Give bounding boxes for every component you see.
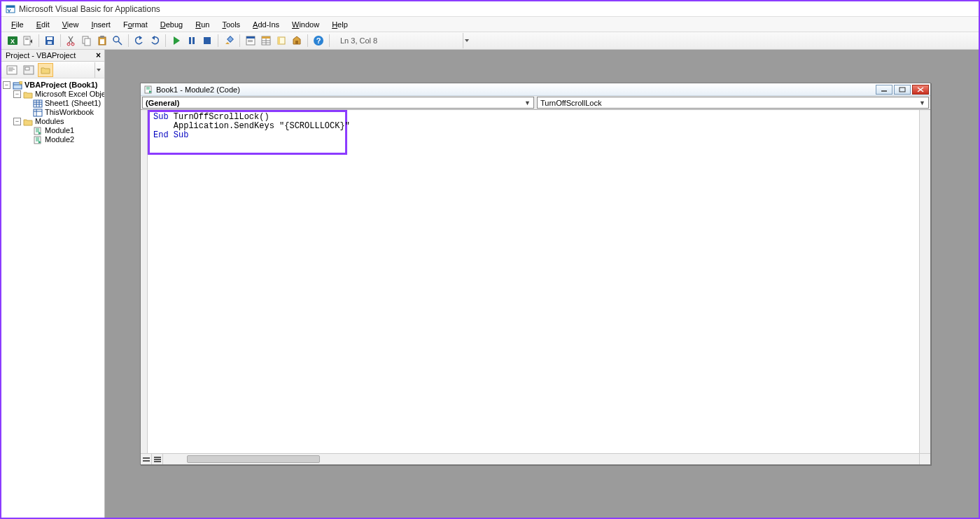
cursor-position-status: Ln 3, Col 8: [340, 36, 377, 45]
scrollbar-thumb[interactable]: [187, 455, 320, 463]
toolbox-button[interactable]: [290, 34, 304, 48]
mdi-client-area: Book1 - Module2 (Code) (General) ▼ TurnO…: [105, 50, 979, 518]
procedure-dropdown[interactable]: TurnOffScrollLock ▼: [537, 97, 929, 109]
save-button[interactable]: [43, 34, 57, 48]
collapse-icon[interactable]: −: [3, 81, 10, 89]
find-button[interactable]: [111, 34, 125, 48]
svg-marker-41: [465, 39, 469, 42]
chevron-down-icon: ▼: [919, 99, 925, 106]
svg-rect-29: [248, 40, 253, 41]
close-code-window-button[interactable]: [912, 85, 929, 95]
svg-rect-51: [20, 81, 22, 84]
tree-folder-excel-objects[interactable]: − Microsoft Excel Objects: [3, 90, 103, 99]
paste-button[interactable]: [95, 34, 109, 48]
menu-tools[interactable]: Tools: [216, 19, 246, 30]
object-dropdown[interactable]: (General) ▼: [142, 97, 534, 109]
undo-button[interactable]: [132, 34, 146, 48]
menu-insert[interactable]: Insert: [85, 19, 116, 30]
svg-rect-16: [100, 36, 104, 38]
svg-rect-77: [154, 457, 161, 458]
code-window-buttons: [876, 85, 929, 95]
full-module-view-button[interactable]: [152, 454, 163, 464]
toolbar-separator: [128, 34, 129, 47]
menu-view[interactable]: View: [57, 19, 85, 30]
svg-rect-1: [6, 6, 15, 8]
module-icon: [33, 135, 43, 144]
code-window-titlebar[interactable]: Book1 - Module2 (Code): [141, 83, 930, 96]
toolbar-separator: [38, 34, 39, 47]
cut-button[interactable]: [64, 34, 78, 48]
run-button[interactable]: [169, 34, 183, 48]
menubar: File Edit View Insert Format Debug Run T…: [1, 17, 979, 32]
project-explorer-titlebar: Project - VBAProject ×: [1, 50, 104, 62]
menu-file[interactable]: File: [6, 19, 29, 30]
svg-rect-4: [24, 36, 30, 45]
code-margin[interactable]: [141, 110, 148, 453]
horizontal-scrollbar[interactable]: [163, 454, 919, 464]
project-explorer-button[interactable]: [244, 34, 258, 48]
menu-edit[interactable]: Edit: [31, 19, 55, 30]
redo-button[interactable]: [148, 34, 162, 48]
maximize-button[interactable]: [894, 85, 911, 95]
tree-root-label: VBAProject (Book1): [24, 81, 98, 90]
object-dropdown-value: (General): [146, 99, 179, 107]
menu-addins[interactable]: Add-Ins: [247, 19, 285, 30]
svg-rect-14: [85, 39, 90, 46]
code-editor[interactable]: Sub TurnOffScrollLock() Application.Send…: [148, 110, 919, 453]
svg-rect-32: [262, 36, 270, 39]
worksheet-icon: [33, 99, 43, 108]
svg-rect-24: [192, 37, 195, 44]
view-code-button[interactable]: [4, 63, 20, 77]
collapse-icon[interactable]: −: [13, 118, 21, 125]
svg-rect-75: [143, 457, 150, 459]
reset-button[interactable]: [200, 34, 214, 48]
menu-help[interactable]: Help: [326, 19, 354, 30]
svg-rect-38: [295, 41, 298, 44]
code-window: Book1 - Module2 (Code) (General) ▼ TurnO…: [140, 83, 931, 465]
insert-module-button[interactable]: [21, 34, 35, 48]
app-title: Microsoft Visual Basic for Applications: [19, 4, 160, 14]
code-text[interactable]: Sub TurnOffScrollLock() Application.Send…: [153, 113, 350, 140]
tree-folder-modules[interactable]: − Modules: [3, 117, 103, 126]
vertical-scrollbar[interactable]: [919, 110, 930, 453]
resize-grip[interactable]: [919, 454, 930, 464]
tree-folder-label: Microsoft Excel Objects: [35, 90, 104, 99]
collapse-icon[interactable]: −: [13, 90, 21, 98]
svg-rect-28: [246, 36, 255, 39]
project-tree[interactable]: − VBAProject (Book1) − Microsoft Excel O…: [1, 78, 104, 518]
code-window-title: Book1 - Module2 (Code): [156, 85, 240, 94]
toolbar-overflow-button[interactable]: [463, 33, 470, 48]
close-project-explorer-button[interactable]: ×: [94, 50, 102, 60]
properties-window-button[interactable]: [259, 34, 273, 48]
tree-item-module2[interactable]: Module2: [3, 135, 103, 144]
copy-button[interactable]: [80, 34, 94, 48]
menu-format[interactable]: Format: [118, 19, 153, 30]
main-area: Project - VBAProject × −: [1, 50, 979, 518]
procedure-view-button[interactable]: [141, 454, 152, 464]
tree-item-sheet1[interactable]: Sheet1 (Sheet1): [3, 99, 103, 108]
svg-rect-26: [227, 36, 233, 42]
tree-root-vbaproject[interactable]: − VBAProject (Book1): [3, 81, 103, 90]
toolbar: X: [1, 32, 979, 50]
toggle-folders-button[interactable]: [38, 63, 53, 77]
tree-item-thisworkbook[interactable]: ThisWorkbook: [3, 108, 103, 117]
menu-window[interactable]: Window: [286, 19, 325, 30]
module-icon: [33, 126, 43, 135]
view-object-button[interactable]: [21, 63, 36, 77]
design-mode-button[interactable]: [222, 34, 236, 48]
menu-debug[interactable]: Debug: [155, 19, 188, 30]
svg-marker-48: [97, 69, 101, 71]
svg-rect-23: [189, 37, 191, 44]
object-browser-button[interactable]: [274, 34, 288, 48]
break-button[interactable]: [185, 34, 199, 48]
tree-item-module1[interactable]: Module1: [3, 126, 103, 135]
view-excel-button[interactable]: X: [6, 34, 20, 48]
menu-run[interactable]: Run: [190, 19, 215, 30]
project-toolbar-overflow[interactable]: [94, 62, 102, 78]
project-explorer-toolbar: [1, 62, 104, 78]
titlebar: Microsoft Visual Basic for Applications: [1, 1, 979, 17]
svg-rect-25: [204, 37, 211, 44]
toolbar-separator: [307, 34, 308, 47]
help-button[interactable]: ?: [312, 34, 326, 48]
minimize-button[interactable]: [876, 85, 892, 95]
